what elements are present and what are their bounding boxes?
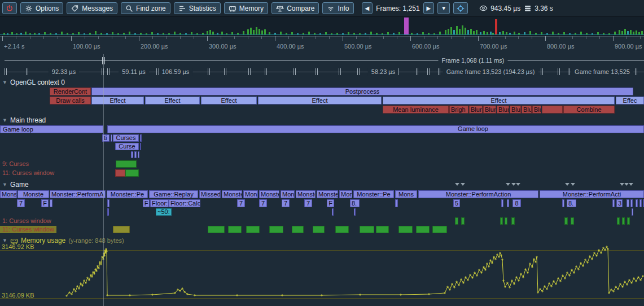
frame-bar[interactable] xyxy=(422,32,424,34)
frame-bar[interactable] xyxy=(250,28,252,34)
frame-bar[interactable] xyxy=(541,32,542,34)
frame-bar[interactable] xyxy=(7,33,8,34)
prev-frame-button[interactable]: ◀ xyxy=(362,2,373,14)
frame-bar[interactable] xyxy=(624,29,626,34)
frame-bar[interactable] xyxy=(243,31,244,34)
event-marker-icon[interactable] xyxy=(461,183,465,186)
frame-bar[interactable] xyxy=(456,26,458,34)
frame-bar[interactable] xyxy=(558,33,559,34)
event-marker-icon[interactable] xyxy=(620,183,624,186)
frame-bar[interactable] xyxy=(168,33,170,34)
frame-bar[interactable] xyxy=(633,32,634,34)
frame-bar[interactable] xyxy=(264,29,266,34)
zone-3[interactable]: 3 xyxy=(616,199,623,207)
frame-bar[interactable] xyxy=(487,32,488,34)
frame-bar[interactable] xyxy=(569,33,571,34)
zone-game-loop[interactable] xyxy=(107,125,644,133)
frame-bar[interactable] xyxy=(256,27,257,34)
plot-bar[interactable] xyxy=(398,226,413,233)
frame-bar[interactable] xyxy=(641,31,643,34)
frame-bar[interactable] xyxy=(44,32,46,34)
frame-bar[interactable] xyxy=(619,30,620,34)
zone-zone[interactable] xyxy=(111,134,112,142)
plot-label-11-curses-window[interactable]: 11: Curses window xyxy=(2,169,54,177)
zone-zone[interactable] xyxy=(562,199,564,207)
frame-bar[interactable] xyxy=(3,33,5,34)
event-marker-icon[interactable] xyxy=(516,183,520,186)
frame-bar[interactable] xyxy=(348,32,349,34)
frame-bar[interactable] xyxy=(274,33,276,34)
plot-bar[interactable] xyxy=(335,226,349,233)
frame-bar[interactable] xyxy=(174,32,176,34)
frame-bar[interactable] xyxy=(163,33,164,34)
frame-bar[interactable] xyxy=(417,33,418,34)
frame-bar[interactable] xyxy=(433,33,435,34)
frame-bar[interactable] xyxy=(261,30,263,34)
zone-f[interactable]: F xyxy=(327,199,334,207)
frame-bar[interactable] xyxy=(308,32,310,34)
frame-bar[interactable] xyxy=(382,33,383,34)
zone-effec[interactable]: Effec xyxy=(616,97,644,104)
zone-zone[interactable] xyxy=(107,199,109,207)
plot-bar[interactable] xyxy=(246,226,260,233)
frame-bar[interactable] xyxy=(546,33,548,34)
zone-zone[interactable] xyxy=(627,199,629,207)
info-button[interactable]: Info xyxy=(322,2,353,14)
zone-50[interactable]: ~50: xyxy=(156,208,172,216)
frame-bar[interactable] xyxy=(106,33,108,34)
zone-blur[interactable]: Blur xyxy=(469,106,483,113)
frame-bar[interactable] xyxy=(179,33,181,34)
next-frame-button[interactable]: ▶ xyxy=(423,2,435,14)
plot-bar[interactable] xyxy=(269,226,283,233)
zone-curses[interactable]: Curses xyxy=(113,134,139,142)
frame-bar[interactable] xyxy=(314,33,316,34)
zone-rendercont[interactable]: RenderCont xyxy=(50,88,91,95)
zone-zone[interactable] xyxy=(630,199,633,207)
zone-mean-luminance[interactable]: Mean luminance xyxy=(383,106,449,113)
frame-bar[interactable] xyxy=(259,29,260,34)
frame-bar[interactable] xyxy=(226,33,227,34)
focus-frame-button[interactable] xyxy=(453,2,468,14)
frame-set-dropdown-button[interactable]: ▼ xyxy=(437,2,450,14)
frame-bar[interactable] xyxy=(237,33,239,34)
zone-draw-calls[interactable]: Draw calls xyxy=(50,97,91,104)
zone-curse[interactable]: Curse xyxy=(115,143,139,150)
zone-effect[interactable]: Effect xyxy=(201,97,257,104)
zone-zone[interactable] xyxy=(107,208,109,216)
zone-mons[interactable]: Mons xyxy=(339,190,352,198)
frame-bar[interactable] xyxy=(404,18,409,34)
frame-bar[interactable] xyxy=(638,32,640,34)
plot-label-1-curses-window[interactable]: 1: Curses window xyxy=(2,217,51,225)
frame-bar[interactable] xyxy=(303,33,304,34)
frame-bar[interactable] xyxy=(342,33,344,34)
plot-bar[interactable] xyxy=(627,217,630,225)
zone-blur[interactable]: Blur xyxy=(510,106,521,113)
frame-bar[interactable] xyxy=(499,32,501,34)
event-marker-icon[interactable] xyxy=(506,183,510,186)
zone-zone[interactable] xyxy=(395,199,398,207)
frame-bar[interactable] xyxy=(191,32,192,34)
zone-8[interactable]: 8. xyxy=(567,199,576,207)
zone-zone[interactable] xyxy=(542,106,563,113)
zone-monster-performacti[interactable]: Monster::PerformActi xyxy=(540,190,644,198)
zone-zone[interactable] xyxy=(639,199,642,207)
plot-bar[interactable] xyxy=(622,217,625,225)
frame-bar[interactable] xyxy=(140,33,142,34)
zone-monste[interactable]: Monste xyxy=(0,190,17,198)
frame-bar[interactable] xyxy=(280,32,282,34)
zone-zone[interactable] xyxy=(332,208,334,216)
plot-bar[interactable] xyxy=(455,217,458,225)
zone-monste[interactable]: Monste xyxy=(317,190,338,198)
frame-bar[interactable] xyxy=(20,33,22,34)
frame-bar[interactable] xyxy=(586,33,588,34)
frame-bar[interactable] xyxy=(490,32,492,34)
zone-zone[interactable] xyxy=(140,143,141,150)
plot-bar[interactable] xyxy=(500,217,503,225)
frame-bar[interactable] xyxy=(221,32,223,34)
frame-bar[interactable] xyxy=(370,32,372,34)
zone-zone[interactable] xyxy=(131,151,133,158)
frame-bar[interactable] xyxy=(146,33,147,34)
zone-8[interactable]: 8. xyxy=(350,199,360,207)
zone-monster-performaction[interactable]: Monster::PerformAction xyxy=(418,190,538,198)
frame-bar[interactable] xyxy=(196,33,198,34)
